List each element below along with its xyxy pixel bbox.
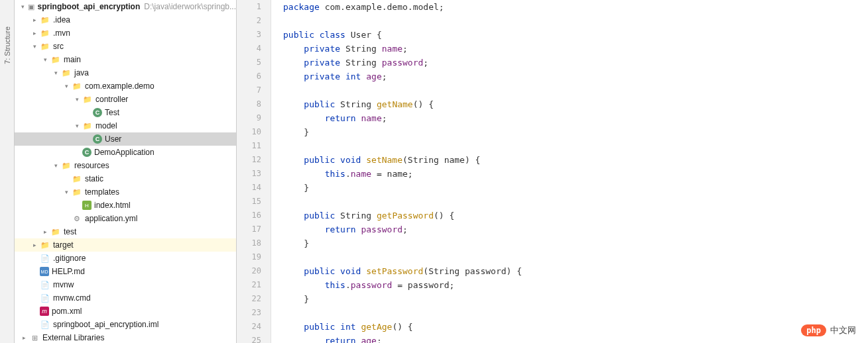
tree-item[interactable]: ▾📁src xyxy=(15,40,236,53)
code-line[interactable]: public void setPassword(String password)… xyxy=(283,264,868,278)
tree-item[interactable]: ▾📁main xyxy=(15,53,236,66)
code-line[interactable]: return password; xyxy=(283,222,868,236)
code-line[interactable]: private String password; xyxy=(283,56,868,70)
folder-icon: 📁 xyxy=(50,226,61,237)
tree-item[interactable]: ▸📁.mvn xyxy=(15,26,236,40)
file-icon: 📄 xyxy=(40,253,50,264)
code-line[interactable]: public class User { xyxy=(283,28,868,42)
code-line[interactable]: return name; xyxy=(283,111,868,125)
line-number: 4 xyxy=(237,42,271,56)
code-line[interactable]: return age; xyxy=(283,334,868,343)
tree-item-label: mvnw.cmd xyxy=(53,293,91,303)
line-number: 8 xyxy=(237,97,271,111)
arrow-placeholder: · xyxy=(31,320,38,328)
code-line[interactable]: } xyxy=(283,125,868,139)
code-line[interactable]: this.password = password; xyxy=(283,278,868,292)
tree-item[interactable]: ·⚙application.yml xyxy=(15,212,236,225)
tree-item-label: mvnw xyxy=(53,280,74,289)
chevron-down-icon[interactable]: ▾ xyxy=(52,69,60,77)
folder-icon: 📁 xyxy=(40,28,50,38)
code-line[interactable]: private String name; xyxy=(283,42,868,56)
line-number: 7 xyxy=(237,83,271,97)
tree-item[interactable]: ▾▣springboot_api_encryptionD:\java\iderw… xyxy=(15,0,236,13)
tree-item[interactable]: ▾📁com.example.demo xyxy=(15,79,236,93)
java-class-icon: C xyxy=(93,134,102,144)
code-line[interactable] xyxy=(283,83,868,97)
tree-item[interactable]: ▸⊞External Libraries xyxy=(15,331,236,343)
code-line[interactable] xyxy=(283,306,868,320)
code-editor[interactable]: 1234567891011121314151617181920212223242… xyxy=(237,0,868,343)
tree-item[interactable]: ▸📁.idea xyxy=(15,13,236,26)
html-file-icon: H xyxy=(82,201,92,210)
tree-item[interactable]: ·mpom.xml xyxy=(15,305,236,318)
line-number: 14 xyxy=(237,181,271,195)
tree-item[interactable]: ·📄.gitignore xyxy=(15,252,236,265)
tree-item[interactable]: ·MDHELP.md xyxy=(15,265,236,278)
tree-item[interactable]: ·📁static xyxy=(15,172,236,185)
tree-item[interactable]: ·Hindex.html xyxy=(15,199,236,212)
tree-item-label: DemoApplication xyxy=(94,148,155,157)
tree-item-label: pom.xml xyxy=(52,307,82,316)
tree-item-label: com.example.demo xyxy=(85,81,155,91)
code-line[interactable]: private int age; xyxy=(283,70,868,83)
code-line[interactable]: } xyxy=(283,292,868,306)
folder-icon: 📁 xyxy=(82,94,93,105)
tree-item[interactable]: ·CTest xyxy=(15,106,236,119)
chevron-down-icon[interactable]: ▾ xyxy=(62,82,70,90)
tree-item[interactable]: ▾📁java xyxy=(15,66,236,79)
code-line[interactable]: this.name = name; xyxy=(283,167,868,181)
chevron-down-icon[interactable]: ▾ xyxy=(20,3,26,11)
tree-item[interactable]: ▾📁resources xyxy=(15,159,236,172)
line-number: 17 xyxy=(237,222,271,236)
chevron-right-icon[interactable]: ▸ xyxy=(20,334,28,342)
code-line[interactable]: public String getPassword() { xyxy=(283,209,868,222)
tree-item[interactable]: ▾📁model xyxy=(15,119,236,132)
chevron-down-icon[interactable]: ▾ xyxy=(52,162,60,170)
code-line[interactable]: package com.example.demo.model; xyxy=(283,0,868,14)
code-line[interactable]: public void setName(String name) { xyxy=(283,153,868,167)
code-line[interactable]: public String getName() { xyxy=(283,97,868,111)
yml-file-icon: ⚙ xyxy=(72,213,82,224)
tree-item-label: src xyxy=(53,42,64,51)
tree-item-label: springboot_api_encryption.iml xyxy=(53,320,158,329)
code-line[interactable]: } xyxy=(283,236,868,250)
structure-tab[interactable]: 7: Structure xyxy=(3,26,11,64)
tree-item[interactable]: ▾📁templates xyxy=(15,185,236,199)
code-line[interactable] xyxy=(283,195,868,209)
markdown-file-icon: MD xyxy=(40,267,49,276)
chevron-right-icon[interactable]: ▸ xyxy=(31,241,38,249)
chevron-down-icon[interactable]: ▾ xyxy=(62,188,70,196)
folder-icon: 📁 xyxy=(72,173,82,184)
tree-item[interactable]: ·📄springboot_api_encryption.iml xyxy=(15,318,236,331)
code-line[interactable] xyxy=(283,139,868,153)
project-tree-panel[interactable]: ▾▣springboot_api_encryptionD:\java\iderw… xyxy=(15,0,237,343)
chevron-down-icon[interactable]: ▾ xyxy=(73,122,81,130)
tree-item[interactable]: ·CDemoApplication xyxy=(15,146,236,159)
tree-item-label: model xyxy=(95,121,117,130)
tree-item-label: test xyxy=(64,227,76,236)
code-line[interactable]: public int getAge() { xyxy=(283,320,868,334)
line-number: 1 xyxy=(237,0,271,14)
tree-item[interactable]: ·📄mvnw.cmd xyxy=(15,291,236,305)
code-line[interactable]: } xyxy=(283,181,868,195)
tree-item[interactable]: ▸📁test xyxy=(15,225,236,238)
arrow-placeholder: · xyxy=(31,281,38,289)
tree-item[interactable]: ▸📁target xyxy=(15,238,236,252)
chevron-right-icon[interactable]: ▸ xyxy=(31,16,38,24)
code-content[interactable]: package com.example.demo.model;public cl… xyxy=(271,0,868,343)
chevron-down-icon[interactable]: ▾ xyxy=(41,56,49,64)
code-line[interactable] xyxy=(283,250,868,264)
chevron-down-icon[interactable]: ▾ xyxy=(31,42,38,50)
line-number: 6 xyxy=(237,70,271,83)
chevron-down-icon[interactable]: ▾ xyxy=(73,95,81,103)
tree-item[interactable]: ·📄mvnw xyxy=(15,278,236,291)
tree-item[interactable]: ▾📁controller xyxy=(15,93,236,106)
folder-icon: 📁 xyxy=(40,15,50,25)
tree-item[interactable]: ·CUser xyxy=(15,132,236,146)
code-line[interactable] xyxy=(283,14,868,28)
chevron-right-icon[interactable]: ▸ xyxy=(31,29,38,37)
source-folder-icon: 📁 xyxy=(40,41,50,52)
tree-item-label: HELP.md xyxy=(52,267,85,276)
arrow-placeholder: · xyxy=(31,254,38,262)
chevron-right-icon[interactable]: ▸ xyxy=(41,228,49,236)
